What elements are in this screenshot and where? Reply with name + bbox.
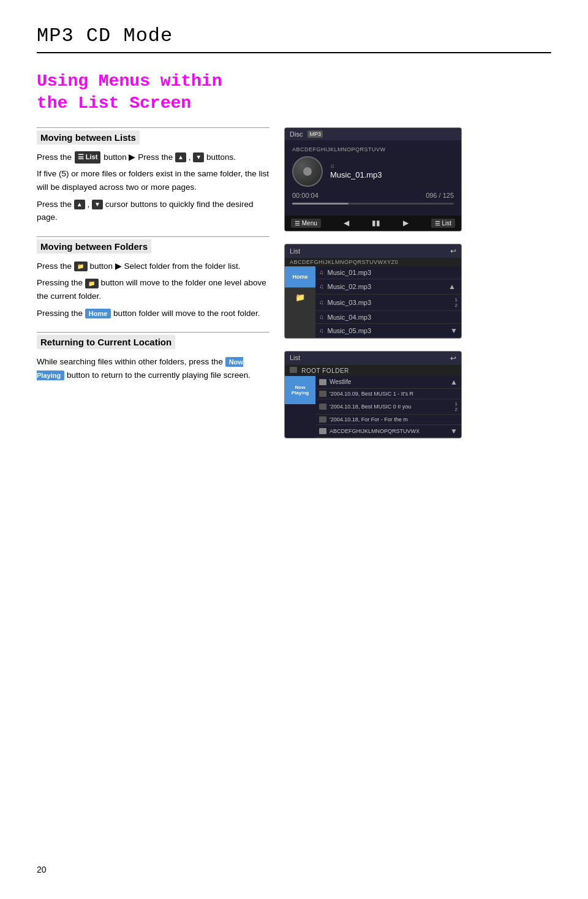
subsection-title-lists: Moving between Lists: [37, 130, 140, 145]
para-folders-3: Pressing the Home button folder will mov…: [37, 307, 270, 320]
root-folder-label: ROOT FOLDER: [285, 365, 461, 376]
now-playing-btn: NowPlaying: [285, 376, 315, 404]
subsection-body-lists: Press the ☰ List button ▶ Press the ▲ , …: [37, 151, 270, 224]
player-progress-area: 00:00:04 096 / 125: [292, 192, 454, 199]
root-items-area: Westlife ▲ '2004.10.09, Best MUSIC 1 - I…: [315, 376, 461, 438]
music-note-icon-5: ♫: [319, 327, 324, 334]
root-item-text-4: '2004.10.18, For For - For the m: [330, 416, 408, 423]
track-name: Music_01.mp3: [330, 170, 382, 179]
root-scroll-up: ▲: [450, 378, 458, 386]
page-number: 20: [37, 865, 47, 875]
root-item: '2004.10.09, Best MUSIC 1 - It's R: [315, 389, 461, 399]
subsection-moving-lists: Moving between Lists Press the ☰ List bu…: [37, 127, 270, 224]
content-area: Moving between Lists Press the ☰ List bu…: [37, 127, 551, 438]
folder-icon-westlife: [319, 379, 326, 385]
sidebar-folder-btn: 📁: [285, 288, 315, 338]
disc-label: Disc: [290, 130, 303, 138]
root-item-text-3: '2004.10.18, Best MUSIC 0 II you: [330, 404, 411, 410]
list-header: List ↩: [285, 244, 461, 258]
page-title: MP3 CD Mode: [37, 24, 551, 47]
scroll-down-arrow: ▼: [450, 326, 458, 335]
para-lists-3: Press the ▲ , ▼ cursor buttons to quickl…: [37, 198, 270, 224]
root-item: '2004.10.18, Best MUSIC 0 II you 1 2: [315, 399, 461, 415]
list-item: ♫ Music_05.mp3 ▼: [315, 324, 461, 338]
scroll-down-arrow-container: ▼: [450, 326, 458, 335]
list-item-text-5: Music_05.mp3: [328, 327, 372, 334]
music-note-icon-4: ♫: [319, 314, 324, 320]
time-display: 00:00:04: [292, 192, 318, 199]
list-item: ♫ Music_04.mp3: [315, 311, 461, 324]
root-item: Westlife ▲: [315, 376, 461, 389]
music-note-icon: ♫: [330, 163, 382, 169]
screen-mockup-root: List ↩ ROOT FOLDER NowPlaying Westlife ▲: [284, 351, 462, 438]
root-folder-text: ROOT FOLDER: [301, 367, 349, 374]
list-item: ♫ Music_01.mp3: [315, 266, 461, 279]
progress-bar: [292, 203, 454, 205]
list-label: List: [290, 247, 300, 255]
para-folders-2: Pressing the 📁 button will move to the f…: [37, 276, 270, 303]
btn-up-1: ▲: [175, 152, 186, 162]
player-track-info: ♫ Music_01.mp3: [330, 163, 382, 179]
left-column: Moving between Lists Press the ☰ List bu…: [37, 127, 270, 438]
root-list-body: NowPlaying Westlife ▲ '2004.10.09, Best …: [285, 376, 461, 438]
root-page-indicator: 1 2: [455, 401, 458, 412]
subsection-body-returning: While searching files within other folde…: [37, 355, 270, 382]
sidebar-home-btn: Home: [285, 266, 315, 288]
disc-icon: [292, 156, 323, 187]
para-lists-2: If five (5) or more files or folders exi…: [37, 167, 270, 194]
list-body: Home 📁 ♫ Music_01.mp3 ♫ Music_02.mp3 ▲: [285, 266, 461, 338]
player-controls: ☰ Menu ◀ ▮▮ ▶ ☰ List: [285, 216, 461, 231]
folder-icon-2: [319, 391, 326, 397]
btn-now-playing-inline: Now Playing: [37, 357, 243, 380]
para-folders-1: Press the 📁 button ▶ Select folder from …: [37, 260, 270, 273]
list-scroll-text: ABCDEFGHIJKLMNOPQRSTUVWXYZ0: [285, 258, 461, 266]
btn-home-inline: Home: [85, 309, 111, 318]
list-item-text-1: Music_01.mp3: [328, 269, 372, 276]
ctrl-menu: ☰ Menu: [291, 219, 321, 228]
heading-line1: Using Menus within: [37, 72, 222, 91]
heading-line2: the List Screen: [37, 94, 191, 113]
progress-bar-fill: [292, 203, 349, 205]
folder-icon-4: [319, 416, 326, 423]
mp3-label: MP3: [307, 130, 323, 138]
subsection-returning: Returning to Current Location While sear…: [37, 332, 270, 382]
player-body: ABCDEFGHIJKLMNOPQRSTUVW ♫ Music_01.mp3 0…: [285, 140, 461, 216]
track-count: 096 / 125: [426, 192, 454, 199]
player-scroll-text: ABCDEFGHIJKLMNOPQRSTUVW: [292, 146, 454, 152]
music-note-icon-1: ♫: [319, 269, 324, 276]
btn-folder-icon: 📁: [74, 261, 88, 271]
title-divider: [37, 52, 551, 53]
folder-icon-3: [319, 404, 326, 410]
root-sidebar: NowPlaying: [285, 376, 315, 438]
music-note-icon-2: ♫: [319, 283, 324, 290]
btn-down-2: ▼: [92, 200, 103, 209]
subsection-title-folders: Moving between Folders: [37, 239, 151, 254]
root-close-icon: ↩: [450, 354, 456, 363]
list-close-icon: ↩: [450, 247, 456, 255]
scroll-up-arrow: ▲: [448, 283, 456, 290]
list-item-text-2: Music_02.mp3: [328, 283, 372, 290]
list-right-controls: ▲: [447, 282, 458, 292]
screen-mockup-list: List ↩ ABCDEFGHIJKLMNOPQRSTUVWXYZ0 Home …: [284, 244, 462, 339]
root-item-text-2: '2004.10.09, Best MUSIC 1 - It's R: [330, 391, 413, 397]
list-sidebar: Home 📁: [285, 266, 315, 338]
btn-down-1: ▼: [193, 152, 204, 162]
para-lists-1: Press the ☰ List button ▶ Press the ▲ , …: [37, 151, 270, 164]
page-indicator: 1 2: [455, 297, 458, 308]
list-item-text-3: Music_03.mp3: [328, 299, 372, 306]
para-returning-1: While searching files within other folde…: [37, 355, 270, 382]
list-item: ♫ Music_02.mp3 ▲: [315, 279, 461, 295]
ctrl-next: ▶: [403, 219, 409, 227]
list-items-area: ♫ Music_01.mp3 ♫ Music_02.mp3 ▲ ♫ Music_…: [315, 266, 461, 338]
root-list-label: List: [290, 354, 300, 363]
root-list-header: List ↩: [285, 352, 461, 365]
btn-up-2: ▲: [74, 200, 85, 209]
subsection-title-returning: Returning to Current Location: [37, 335, 175, 349]
ctrl-prev: ◀: [344, 219, 349, 227]
screen-mockup-player: Disc MP3 ABCDEFGHIJKLMNOPQRSTUVW ♫ Music…: [284, 127, 462, 231]
disc-inner: [303, 167, 312, 176]
list-item-text-4: Music_04.mp3: [328, 314, 372, 321]
player-top-bar: Disc MP3: [285, 128, 461, 140]
page-footer: 20: [37, 865, 47, 875]
list-item: ♫ Music_03.mp3 1 2: [315, 295, 461, 311]
